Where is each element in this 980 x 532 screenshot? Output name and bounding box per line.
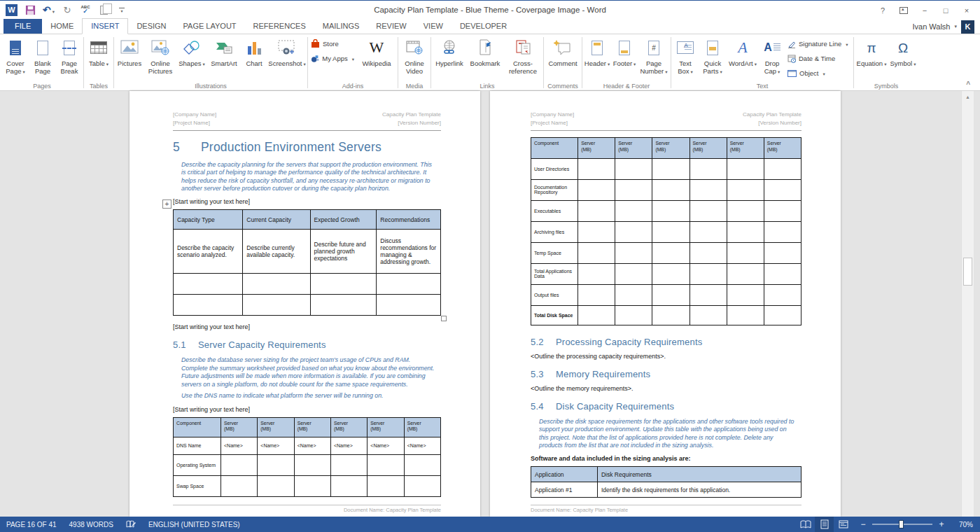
minimize-button[interactable]: − [916, 3, 934, 18]
table-cell[interactable] [652, 242, 690, 263]
page-header[interactable]: [Company Name] [Project Name] Capacity P… [173, 111, 441, 131]
table-cell[interactable] [578, 242, 615, 263]
table-cell[interactable] [578, 305, 615, 325]
header-version[interactable]: [Version Number] [382, 119, 441, 127]
vertical-scrollbar[interactable]: ▲ [961, 91, 974, 517]
row-label[interactable]: Documentation Repository [531, 179, 578, 200]
tab-insert[interactable]: INSERT [82, 18, 128, 34]
ribbon-display-options-button[interactable] [895, 3, 913, 18]
table-cell[interactable] [727, 305, 764, 325]
smartart-button[interactable]: SmartArt [207, 35, 241, 81]
undo-button[interactable]: ↶ [43, 4, 55, 16]
zoom-slider-thumb[interactable] [899, 520, 904, 528]
table-cell[interactable] [615, 179, 652, 200]
tab-file[interactable]: FILE [4, 19, 42, 34]
section-5-4-heading[interactable]: 5.4Disk Capacity Requirements [531, 401, 802, 412]
table-cell[interactable] [258, 454, 294, 475]
column-header[interactable]: Server (MB) [404, 417, 440, 437]
table-cell[interactable]: Application #1 [531, 482, 598, 498]
section-5-1-guidance[interactable]: Describe the database server sizing for … [181, 356, 437, 388]
pictures-button[interactable]: Pictures [115, 35, 144, 81]
table-move-handle[interactable]: + [162, 200, 172, 209]
text-placeholder[interactable]: [Start writing your text here] [173, 323, 441, 330]
table-cell[interactable]: <Name> [294, 437, 330, 454]
read-mode-button[interactable] [796, 517, 815, 532]
table-cell[interactable] [764, 305, 801, 325]
row-label[interactable]: Executables [531, 200, 578, 221]
section-5-2-body[interactable]: <Outline the processing capacity require… [531, 353, 802, 360]
page-break-button[interactable]: Page Break [56, 35, 83, 81]
tab-design[interactable]: DESIGN [128, 19, 174, 34]
table-cell[interactable] [615, 305, 652, 325]
customize-qat-button[interactable]: ▾ [116, 4, 127, 16]
section-5-guidance[interactable]: Describe the capacity planning for the s… [181, 161, 437, 193]
section-5-3-heading[interactable]: 5.3Memory Requirements [531, 369, 802, 379]
row-label[interactable]: Total Applications Data [531, 263, 578, 284]
table-cell[interactable] [690, 221, 727, 242]
header-button[interactable]: Header [583, 35, 611, 81]
table-cell[interactable] [615, 158, 652, 179]
tab-home[interactable]: HOME [42, 19, 82, 34]
table-cell[interactable] [764, 284, 801, 305]
table-cell[interactable] [727, 284, 764, 305]
row-label[interactable]: Operating System [174, 454, 221, 475]
spelling-grammar-button[interactable]: ABC✓ [80, 4, 91, 16]
table-cell[interactable] [652, 305, 690, 325]
row-label[interactable]: Archiving files [531, 221, 578, 242]
table-cell[interactable] [243, 274, 310, 295]
column-header[interactable]: Recommendations [377, 210, 441, 230]
redo-button[interactable]: ↻ [62, 4, 73, 16]
tab-developer[interactable]: DEVELOPER [451, 19, 515, 34]
word-count[interactable]: 4938 WORDS [63, 517, 120, 532]
section-5-heading[interactable]: 5Production Environment Servers [173, 140, 441, 155]
table-cell[interactable] [404, 475, 440, 496]
row-label[interactable]: Total Disk Space [531, 305, 578, 325]
column-header[interactable]: Current Capacity [243, 210, 310, 230]
tab-references[interactable]: REFERENCES [245, 19, 314, 34]
table-cell[interactable] [690, 179, 727, 200]
table-cell[interactable] [652, 221, 690, 242]
table-cell[interactable] [220, 454, 257, 475]
column-header[interactable]: Server (MB) [652, 137, 690, 158]
table-cell[interactable] [764, 179, 801, 200]
table-cell[interactable] [652, 284, 690, 305]
row-label[interactable]: User Directories [531, 158, 578, 179]
wikipedia-button[interactable]: W Wikipedia [356, 35, 397, 81]
table-cell[interactable] [220, 475, 257, 496]
row-label[interactable]: Swap Space [174, 475, 221, 496]
proofing-status-button[interactable] [120, 517, 142, 532]
column-header[interactable]: Server (MB) [258, 417, 294, 437]
table-cell[interactable] [310, 274, 377, 295]
table-cell[interactable]: <Name> [404, 437, 440, 454]
scroll-up-button[interactable]: ▲ [962, 91, 974, 103]
table-cell[interactable]: Discuss recommendations for managing & a… [377, 230, 441, 274]
object-button[interactable]: Object [785, 66, 853, 80]
table-cell[interactable] [368, 454, 404, 475]
table-cell[interactable] [310, 295, 377, 316]
column-header[interactable]: Server (MB) [578, 137, 615, 158]
row-label[interactable]: DNS Name [174, 437, 221, 454]
table-cell[interactable]: Describe currently available capacity. [243, 230, 310, 274]
table-cell[interactable] [764, 221, 801, 242]
cover-page-button[interactable]: Cover Page [1, 35, 29, 81]
column-header[interactable]: Server (MB) [615, 137, 652, 158]
column-header[interactable]: Application [531, 467, 598, 482]
column-header[interactable]: Server (MB) [220, 417, 257, 437]
header-version[interactable]: [Version Number] [743, 119, 802, 127]
save-button[interactable] [24, 4, 36, 16]
table-cell[interactable] [615, 242, 652, 263]
column-header[interactable]: Expected Growth [310, 210, 377, 230]
table-cell[interactable]: <Name> [258, 437, 294, 454]
signature-line-button[interactable]: Signature Line [785, 36, 853, 51]
header-company[interactable]: [Company Name] [531, 111, 574, 119]
chart-button[interactable]: Chart [241, 35, 267, 81]
table-cell[interactable] [690, 263, 727, 284]
section-5-1-heading[interactable]: 5.1Server Capacity Requirements [173, 340, 441, 350]
maximize-button[interactable]: □ [937, 3, 955, 18]
table-cell[interactable] [764, 200, 801, 221]
header-company[interactable]: [Company Name] [173, 111, 216, 119]
table-cell[interactable]: Describe future and planned growth expec… [310, 230, 377, 274]
table-cell[interactable] [377, 295, 441, 316]
text-placeholder[interactable]: [Start writing your text here] [173, 406, 441, 413]
table-cell[interactable] [615, 263, 652, 284]
